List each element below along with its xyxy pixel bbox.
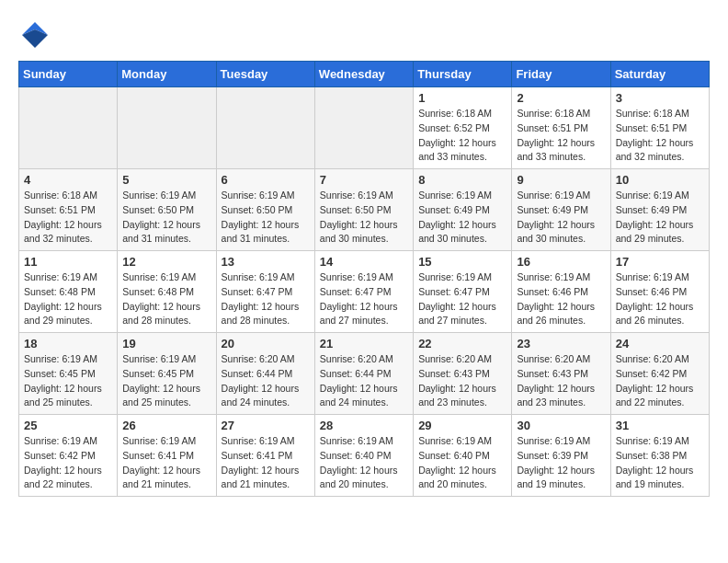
day-number: 23 bbox=[517, 337, 605, 350]
day-number: 25 bbox=[24, 419, 112, 432]
day-number: 7 bbox=[320, 173, 408, 187]
day-header-tuesday: Tuesday bbox=[216, 62, 314, 87]
sun-info: Sunrise: 6:19 AMSunset: 6:40 PMDaylight:… bbox=[418, 434, 506, 492]
sun-info: Sunrise: 6:19 AMSunset: 6:50 PMDaylight:… bbox=[320, 189, 408, 247]
calendar-cell: 20Sunrise: 6:20 AMSunset: 6:44 PMDayligh… bbox=[216, 333, 314, 415]
day-number: 26 bbox=[122, 419, 210, 432]
calendar-week-row: 4Sunrise: 6:18 AMSunset: 6:51 PMDaylight… bbox=[19, 169, 710, 251]
sun-info: Sunrise: 6:19 AMSunset: 6:41 PMDaylight:… bbox=[222, 434, 310, 492]
sun-info: Sunrise: 6:19 AMSunset: 6:49 PMDaylight:… bbox=[418, 189, 506, 247]
day-number: 12 bbox=[122, 255, 210, 269]
day-number: 5 bbox=[122, 173, 210, 187]
day-number: 31 bbox=[616, 419, 704, 432]
day-number: 9 bbox=[517, 173, 605, 187]
calendar-cell: 13Sunrise: 6:19 AMSunset: 6:47 PMDayligh… bbox=[216, 251, 314, 333]
calendar-cell: 16Sunrise: 6:19 AMSunset: 6:46 PMDayligh… bbox=[512, 251, 610, 333]
sun-info: Sunrise: 6:19 AMSunset: 6:42 PMDaylight:… bbox=[24, 434, 112, 492]
day-number: 28 bbox=[320, 419, 408, 432]
calendar-cell: 23Sunrise: 6:20 AMSunset: 6:43 PMDayligh… bbox=[512, 333, 610, 415]
day-number: 14 bbox=[320, 255, 408, 269]
calendar-cell: 1Sunrise: 6:18 AMSunset: 6:52 PMDaylight… bbox=[414, 87, 512, 169]
calendar-cell: 24Sunrise: 6:20 AMSunset: 6:42 PMDayligh… bbox=[610, 333, 709, 415]
calendar-cell: 2Sunrise: 6:18 AMSunset: 6:51 PMDaylight… bbox=[512, 87, 610, 169]
sun-info: Sunrise: 6:19 AMSunset: 6:49 PMDaylight:… bbox=[616, 189, 704, 247]
day-header-wednesday: Wednesday bbox=[314, 62, 413, 87]
sun-info: Sunrise: 6:20 AMSunset: 6:42 PMDaylight:… bbox=[616, 352, 704, 410]
day-number: 27 bbox=[222, 419, 310, 432]
calendar-cell: 11Sunrise: 6:19 AMSunset: 6:48 PMDayligh… bbox=[19, 251, 118, 333]
calendar-cell: 9Sunrise: 6:19 AMSunset: 6:49 PMDaylight… bbox=[512, 169, 610, 251]
day-number: 17 bbox=[616, 255, 704, 269]
calendar-cell: 14Sunrise: 6:19 AMSunset: 6:47 PMDayligh… bbox=[314, 251, 413, 333]
sun-info: Sunrise: 6:19 AMSunset: 6:50 PMDaylight:… bbox=[122, 189, 210, 247]
day-header-friday: Friday bbox=[512, 62, 610, 87]
day-header-sunday: Sunday bbox=[19, 62, 118, 87]
calendar-cell: 8Sunrise: 6:19 AMSunset: 6:49 PMDaylight… bbox=[414, 169, 512, 251]
calendar-cell: 26Sunrise: 6:19 AMSunset: 6:41 PMDayligh… bbox=[118, 415, 216, 497]
calendar-cell: 25Sunrise: 6:19 AMSunset: 6:42 PMDayligh… bbox=[19, 415, 118, 497]
logo-icon bbox=[18, 18, 51, 52]
sun-info: Sunrise: 6:19 AMSunset: 6:46 PMDaylight:… bbox=[616, 270, 704, 328]
calendar-cell: 3Sunrise: 6:18 AMSunset: 6:51 PMDaylight… bbox=[610, 87, 709, 169]
sun-info: Sunrise: 6:20 AMSunset: 6:44 PMDaylight:… bbox=[320, 352, 408, 410]
sun-info: Sunrise: 6:19 AMSunset: 6:48 PMDaylight:… bbox=[24, 270, 112, 328]
sun-info: Sunrise: 6:20 AMSunset: 6:43 PMDaylight:… bbox=[517, 352, 605, 410]
sun-info: Sunrise: 6:20 AMSunset: 6:44 PMDaylight:… bbox=[222, 352, 310, 410]
day-header-thursday: Thursday bbox=[414, 62, 512, 87]
calendar-cell: 17Sunrise: 6:19 AMSunset: 6:46 PMDayligh… bbox=[610, 251, 709, 333]
calendar-cell: 31Sunrise: 6:19 AMSunset: 6:38 PMDayligh… bbox=[610, 415, 709, 497]
day-number: 30 bbox=[517, 419, 605, 432]
sun-info: Sunrise: 6:19 AMSunset: 6:47 PMDaylight:… bbox=[222, 270, 310, 328]
day-number: 20 bbox=[222, 337, 310, 350]
calendar-cell bbox=[118, 87, 216, 169]
logo bbox=[18, 18, 57, 52]
calendar-cell: 21Sunrise: 6:20 AMSunset: 6:44 PMDayligh… bbox=[314, 333, 413, 415]
calendar-cell: 18Sunrise: 6:19 AMSunset: 6:45 PMDayligh… bbox=[19, 333, 118, 415]
calendar-cell: 30Sunrise: 6:19 AMSunset: 6:39 PMDayligh… bbox=[512, 415, 610, 497]
calendar-cell: 5Sunrise: 6:19 AMSunset: 6:50 PMDaylight… bbox=[118, 169, 216, 251]
day-number: 15 bbox=[418, 255, 506, 269]
calendar-cell: 22Sunrise: 6:20 AMSunset: 6:43 PMDayligh… bbox=[414, 333, 512, 415]
day-header-monday: Monday bbox=[118, 62, 216, 87]
day-number: 22 bbox=[418, 337, 506, 350]
sun-info: Sunrise: 6:19 AMSunset: 6:38 PMDaylight:… bbox=[616, 434, 704, 492]
day-number: 18 bbox=[24, 337, 112, 350]
sun-info: Sunrise: 6:19 AMSunset: 6:45 PMDaylight:… bbox=[24, 352, 112, 410]
calendar-cell: 7Sunrise: 6:19 AMSunset: 6:50 PMDaylight… bbox=[314, 169, 413, 251]
calendar-cell: 15Sunrise: 6:19 AMSunset: 6:47 PMDayligh… bbox=[414, 251, 512, 333]
sun-info: Sunrise: 6:19 AMSunset: 6:49 PMDaylight:… bbox=[517, 189, 605, 247]
sun-info: Sunrise: 6:18 AMSunset: 6:51 PMDaylight:… bbox=[24, 189, 112, 247]
calendar-cell bbox=[19, 87, 118, 169]
sun-info: Sunrise: 6:20 AMSunset: 6:43 PMDaylight:… bbox=[418, 352, 506, 410]
sun-info: Sunrise: 6:19 AMSunset: 6:45 PMDaylight:… bbox=[122, 352, 210, 410]
day-number: 4 bbox=[24, 173, 112, 187]
day-number: 16 bbox=[517, 255, 605, 269]
calendar-week-row: 1Sunrise: 6:18 AMSunset: 6:52 PMDaylight… bbox=[19, 87, 710, 169]
calendar-cell: 28Sunrise: 6:19 AMSunset: 6:40 PMDayligh… bbox=[314, 415, 413, 497]
day-number: 2 bbox=[517, 91, 605, 105]
day-number: 11 bbox=[24, 255, 112, 269]
calendar-table: SundayMondayTuesdayWednesdayThursdayFrid… bbox=[18, 61, 710, 497]
calendar-cell bbox=[216, 87, 314, 169]
calendar-cell: 27Sunrise: 6:19 AMSunset: 6:41 PMDayligh… bbox=[216, 415, 314, 497]
day-number: 21 bbox=[320, 337, 408, 350]
calendar-cell bbox=[314, 87, 413, 169]
sun-info: Sunrise: 6:19 AMSunset: 6:41 PMDaylight:… bbox=[122, 434, 210, 492]
calendar-week-row: 25Sunrise: 6:19 AMSunset: 6:42 PMDayligh… bbox=[19, 415, 710, 497]
sun-info: Sunrise: 6:19 AMSunset: 6:46 PMDaylight:… bbox=[517, 270, 605, 328]
day-number: 13 bbox=[222, 255, 310, 269]
sun-info: Sunrise: 6:19 AMSunset: 6:48 PMDaylight:… bbox=[122, 270, 210, 328]
day-number: 3 bbox=[616, 91, 704, 105]
day-number: 29 bbox=[418, 419, 506, 432]
calendar-cell: 6Sunrise: 6:19 AMSunset: 6:50 PMDaylight… bbox=[216, 169, 314, 251]
day-header-saturday: Saturday bbox=[610, 62, 709, 87]
day-number: 19 bbox=[122, 337, 210, 350]
calendar-header-row: SundayMondayTuesdayWednesdayThursdayFrid… bbox=[19, 62, 710, 87]
sun-info: Sunrise: 6:18 AMSunset: 6:51 PMDaylight:… bbox=[616, 107, 704, 165]
calendar-cell: 29Sunrise: 6:19 AMSunset: 6:40 PMDayligh… bbox=[414, 415, 512, 497]
calendar-cell: 12Sunrise: 6:19 AMSunset: 6:48 PMDayligh… bbox=[118, 251, 216, 333]
calendar-cell: 4Sunrise: 6:18 AMSunset: 6:51 PMDaylight… bbox=[19, 169, 118, 251]
day-number: 10 bbox=[616, 173, 704, 187]
sun-info: Sunrise: 6:19 AMSunset: 6:47 PMDaylight:… bbox=[320, 270, 408, 328]
sun-info: Sunrise: 6:19 AMSunset: 6:50 PMDaylight:… bbox=[222, 189, 310, 247]
